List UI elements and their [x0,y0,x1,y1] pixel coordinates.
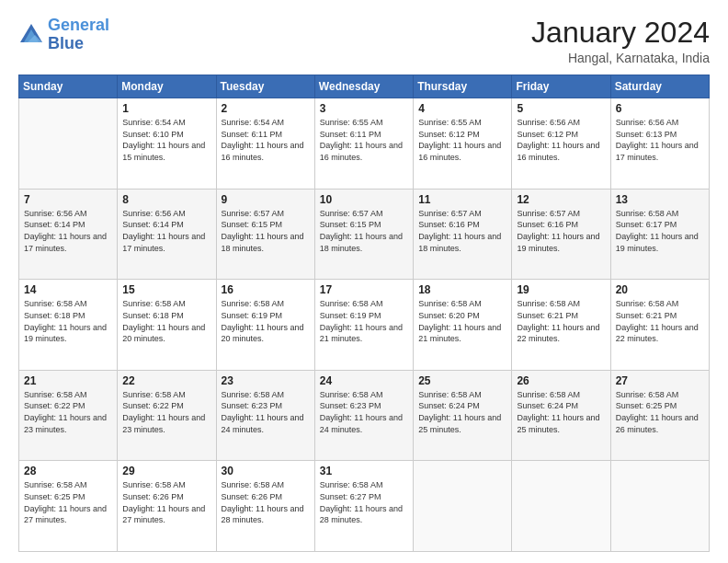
day-info: Sunrise: 6:54 AMSunset: 6:10 PMDaylight:… [122,117,210,163]
calendar-cell: 8Sunrise: 6:56 AMSunset: 6:14 PMDaylight… [118,189,216,280]
calendar-cell: 29Sunrise: 6:58 AMSunset: 6:26 PMDayligh… [118,461,216,552]
calendar-cell: 23Sunrise: 6:58 AMSunset: 6:23 PMDayligh… [216,370,314,461]
weekday-header: Saturday [610,75,709,98]
logo-line2: Blue [48,34,84,52]
day-info: Sunrise: 6:57 AMSunset: 6:16 PMDaylight:… [418,208,506,254]
page: General Blue January 2024 Hangal, Karnat… [0,0,728,563]
calendar-cell: 17Sunrise: 6:58 AMSunset: 6:19 PMDayligh… [314,280,413,371]
day-info: Sunrise: 6:58 AMSunset: 6:22 PMDaylight:… [122,389,210,435]
weekday-header: Sunday [19,75,118,98]
day-info: Sunrise: 6:58 AMSunset: 6:18 PMDaylight:… [122,298,210,344]
calendar-cell: 28Sunrise: 6:58 AMSunset: 6:25 PMDayligh… [19,461,118,552]
day-info: Sunrise: 6:58 AMSunset: 6:25 PMDaylight:… [24,479,112,525]
calendar-cell: 11Sunrise: 6:57 AMSunset: 6:16 PMDayligh… [414,189,512,280]
day-number: 9 [222,193,310,206]
calendar-cell: 5Sunrise: 6:56 AMSunset: 6:12 PMDaylight… [512,98,610,190]
day-number: 31 [320,465,408,477]
calendar-cell [512,461,610,552]
calendar-cell: 20Sunrise: 6:58 AMSunset: 6:21 PMDayligh… [610,280,709,371]
calendar-cell: 14Sunrise: 6:58 AMSunset: 6:18 PMDayligh… [19,280,118,371]
day-number: 15 [122,283,210,296]
calendar-cell: 9Sunrise: 6:57 AMSunset: 6:15 PMDaylight… [216,189,314,280]
day-number: 24 [320,374,408,387]
calendar-cell: 27Sunrise: 6:58 AMSunset: 6:25 PMDayligh… [610,370,709,461]
weekday-header: Tuesday [216,75,314,98]
day-number: 8 [122,193,210,206]
day-number: 20 [616,283,704,296]
day-number: 17 [320,283,408,296]
header: General Blue January 2024 Hangal, Karnat… [18,17,710,65]
day-number: 11 [418,193,506,206]
calendar-cell: 2Sunrise: 6:54 AMSunset: 6:11 PMDaylight… [216,98,314,190]
calendar-cell [414,461,512,552]
logo: General Blue [18,17,109,53]
day-number: 12 [517,193,605,206]
day-number: 5 [517,102,605,115]
day-info: Sunrise: 6:58 AMSunset: 6:23 PMDaylight:… [222,389,310,435]
day-info: Sunrise: 6:58 AMSunset: 6:19 PMDaylight:… [222,298,310,344]
day-info: Sunrise: 6:58 AMSunset: 6:21 PMDaylight:… [517,298,605,344]
day-info: Sunrise: 6:57 AMSunset: 6:16 PMDaylight:… [517,208,605,254]
calendar-cell: 6Sunrise: 6:56 AMSunset: 6:13 PMDaylight… [610,98,709,190]
weekday-header: Thursday [414,75,512,98]
day-info: Sunrise: 6:58 AMSunset: 6:27 PMDaylight:… [320,479,408,525]
calendar-cell: 24Sunrise: 6:58 AMSunset: 6:23 PMDayligh… [314,370,413,461]
calendar-cell: 7Sunrise: 6:56 AMSunset: 6:14 PMDaylight… [19,189,118,280]
day-number: 6 [616,102,704,115]
day-info: Sunrise: 6:56 AMSunset: 6:14 PMDaylight:… [122,208,210,254]
calendar-cell: 4Sunrise: 6:55 AMSunset: 6:12 PMDaylight… [414,98,512,190]
weekday-header: Friday [512,75,610,98]
day-number: 25 [418,374,506,387]
day-info: Sunrise: 6:56 AMSunset: 6:14 PMDaylight:… [24,208,112,254]
day-info: Sunrise: 6:58 AMSunset: 6:24 PMDaylight:… [517,389,605,435]
day-info: Sunrise: 6:58 AMSunset: 6:20 PMDaylight:… [418,298,506,344]
weekday-header: Monday [118,75,216,98]
day-info: Sunrise: 6:56 AMSunset: 6:13 PMDaylight:… [616,117,704,163]
title-block: January 2024 Hangal, Karnataka, India [531,17,710,65]
day-info: Sunrise: 6:56 AMSunset: 6:12 PMDaylight:… [517,117,605,163]
day-info: Sunrise: 6:58 AMSunset: 6:25 PMDaylight:… [616,389,704,435]
calendar-cell: 16Sunrise: 6:58 AMSunset: 6:19 PMDayligh… [216,280,314,371]
day-info: Sunrise: 6:58 AMSunset: 6:26 PMDaylight:… [222,479,310,525]
day-info: Sunrise: 6:58 AMSunset: 6:22 PMDaylight:… [24,389,112,435]
day-info: Sunrise: 6:58 AMSunset: 6:18 PMDaylight:… [24,298,112,344]
calendar-cell: 3Sunrise: 6:55 AMSunset: 6:11 PMDaylight… [314,98,413,190]
day-info: Sunrise: 6:55 AMSunset: 6:11 PMDaylight:… [320,117,408,163]
calendar-cell: 21Sunrise: 6:58 AMSunset: 6:22 PMDayligh… [19,370,118,461]
day-number: 7 [24,193,112,206]
day-info: Sunrise: 6:58 AMSunset: 6:17 PMDaylight:… [616,208,704,254]
day-number: 23 [222,374,310,387]
day-number: 14 [24,283,112,296]
calendar-cell: 22Sunrise: 6:58 AMSunset: 6:22 PMDayligh… [118,370,216,461]
calendar-cell: 25Sunrise: 6:58 AMSunset: 6:24 PMDayligh… [414,370,512,461]
day-number: 30 [222,465,310,477]
day-number: 28 [24,465,112,477]
day-number: 22 [122,374,210,387]
day-info: Sunrise: 6:58 AMSunset: 6:24 PMDaylight:… [418,389,506,435]
calendar-cell: 10Sunrise: 6:57 AMSunset: 6:15 PMDayligh… [314,189,413,280]
calendar-cell: 31Sunrise: 6:58 AMSunset: 6:27 PMDayligh… [314,461,413,552]
day-number: 21 [24,374,112,387]
calendar-cell: 19Sunrise: 6:58 AMSunset: 6:21 PMDayligh… [512,280,610,371]
calendar-cell [610,461,709,552]
calendar-cell: 26Sunrise: 6:58 AMSunset: 6:24 PMDayligh… [512,370,610,461]
day-number: 4 [418,102,506,115]
day-number: 26 [517,374,605,387]
subtitle: Hangal, Karnataka, India [531,51,710,65]
day-number: 2 [222,102,310,115]
day-number: 16 [222,283,310,296]
calendar-cell: 15Sunrise: 6:58 AMSunset: 6:18 PMDayligh… [118,280,216,371]
day-info: Sunrise: 6:58 AMSunset: 6:19 PMDaylight:… [320,298,408,344]
day-number: 29 [122,465,210,477]
day-info: Sunrise: 6:57 AMSunset: 6:15 PMDaylight:… [222,208,310,254]
day-number: 10 [320,193,408,206]
day-info: Sunrise: 6:58 AMSunset: 6:23 PMDaylight:… [320,389,408,435]
main-title: January 2024 [531,17,710,49]
weekday-header: Wednesday [314,75,413,98]
day-number: 18 [418,283,506,296]
calendar-cell: 18Sunrise: 6:58 AMSunset: 6:20 PMDayligh… [414,280,512,371]
day-number: 1 [122,102,210,115]
calendar-cell: 1Sunrise: 6:54 AMSunset: 6:10 PMDaylight… [118,98,216,190]
logo-text: General Blue [48,17,109,53]
calendar-cell: 13Sunrise: 6:58 AMSunset: 6:17 PMDayligh… [610,189,709,280]
